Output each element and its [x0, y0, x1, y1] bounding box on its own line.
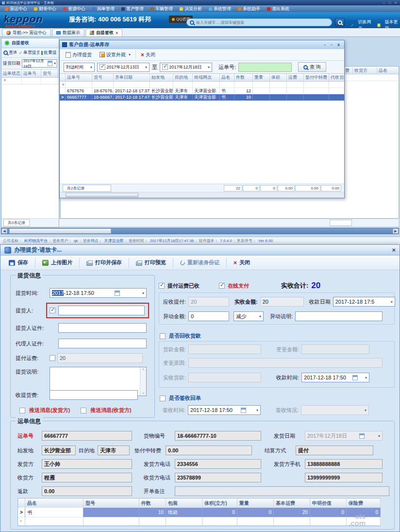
menu-item-vehicle[interactable]: 车辆管理	[150, 6, 173, 12]
handle-pickup-button[interactable]: 办理提货	[63, 50, 95, 60]
left-grid-filter-row[interactable]: ▼	[1, 78, 59, 85]
receipt-date-select[interactable]: 2017-12-18 17:5▾	[333, 297, 395, 307]
tab-close-icon[interactable]: ×	[116, 31, 118, 35]
menu-item-analysis[interactable]: 决策分析	[180, 6, 202, 12]
cod-time-picker[interactable]: 2017-12-18 17:50▾	[301, 373, 369, 382]
table-row-new[interactable]: *	[18, 517, 380, 526]
scroll-right-icon[interactable]: ▶	[393, 228, 399, 234]
column-cargo-no[interactable]: 货号	[41, 69, 58, 77]
close-window-button[interactable]: ×关闭	[138, 50, 158, 60]
tab-nav-operations[interactable]: 导航->> 营运中心	[2, 29, 51, 36]
textarea-scrollbar[interactable]: ˄˅	[140, 367, 146, 395]
divider	[79, 258, 80, 268]
freight-received-checkbox[interactable]	[159, 283, 165, 289]
sign-time-picker[interactable]: 2017-12-18 17:50▾	[188, 405, 261, 415]
change-amount-label: 异动金额:	[163, 313, 186, 320]
single-pickup-button[interactable]: ✓单票提货	[17, 49, 39, 56]
table-row-selected[interactable]: > 66667777 18-66667... 2017-12-18 17:47.…	[60, 94, 344, 101]
help-icon	[238, 7, 241, 11]
date-from-checkbox[interactable]	[100, 64, 105, 70]
date-to-select[interactable]: 2017年12月18日▾	[160, 63, 212, 72]
dialog-close-icon[interactable]: ×	[392, 246, 396, 254]
menu-item-receipt[interactable]: 回单管理	[92, 6, 115, 12]
freight-checkbox[interactable]	[50, 355, 55, 361]
dialog-titlebar[interactable]: 办理提货-请放卡... ×	[0, 245, 400, 256]
save-button[interactable]: 保存	[4, 257, 33, 268]
menu-item-system[interactable]: 系统管理	[209, 6, 231, 12]
waybill-no-input[interactable]	[238, 63, 292, 72]
search-go-button[interactable]	[335, 18, 345, 27]
scroll-left-icon[interactable]: ◀	[1, 228, 7, 234]
actual-amount-input[interactable]: 20	[260, 297, 304, 307]
print-save-button[interactable]: 打印并保存	[82, 257, 126, 268]
window-controls[interactable]: – □ ×	[383, 1, 398, 4]
inner-horizontal-scrollbar[interactable]	[60, 192, 344, 198]
left-grid-body[interactable]	[1, 85, 59, 218]
push-sender-checkbox[interactable]	[19, 408, 25, 413]
pickup-person-input[interactable]	[58, 306, 145, 315]
push-receiver-checkbox[interactable]	[81, 408, 86, 413]
pickup-time-picker[interactable]: 2017-12-18 17:50 ▾	[50, 288, 147, 298]
freight-label: 提付运费:	[16, 355, 48, 362]
pickup-fee-input[interactable]	[50, 390, 138, 400]
scroll-down-icon[interactable]: ˅	[142, 392, 144, 395]
menu-item-assistant[interactable]: 系统助手	[238, 6, 260, 12]
freight-input[interactable]: 20	[57, 353, 143, 363]
cod-time-label: 收款时间:	[276, 374, 299, 381]
pickup-date-picker[interactable]: 2017年12月18日▾	[22, 59, 57, 68]
scroll-up-icon[interactable]: ˄	[142, 368, 144, 371]
cod-checkbox[interactable]	[160, 333, 166, 339]
main-horizontal-scrollbar[interactable]: ◀ ▶	[1, 228, 399, 234]
column-receiver[interactable]: 收货方	[352, 68, 376, 74]
window-titlebar: 科邦物流平台管理平台－主界面 – □ ×	[0, 0, 400, 5]
inner-window-controls[interactable]: - ▫ x	[324, 42, 342, 47]
receipt-sign-checkbox[interactable]	[160, 395, 166, 401]
time-type-select[interactable]: 到达时间▾	[64, 63, 95, 72]
global-search-box[interactable]	[186, 18, 332, 26]
dialog-close-button[interactable]: ×关闭	[229, 257, 254, 268]
scrollbar-thumb[interactable]	[9, 228, 111, 234]
table-row-selected[interactable]: > 书 10 纸箱 0 0 20 0 0	[18, 508, 380, 517]
tab-self-pickup[interactable]: 自提签收×	[85, 29, 122, 36]
column-goods[interactable]: 品名	[377, 68, 398, 74]
change-direction-select[interactable]: 减少▾	[233, 311, 264, 321]
pickup-person-checkbox[interactable]	[50, 308, 55, 313]
menu-item-resource[interactable]: 资源中心	[63, 6, 85, 12]
inner-grid: 运单号 货号 开单日期 始发地 目的地 终端网点 品名 件数 重量 体积 运费 …	[60, 73, 344, 184]
menu-item-operations[interactable]: 营运中心	[5, 6, 27, 12]
table-row[interactable]: 6767676 18-67676... 2017-12-18 17:37... …	[60, 88, 344, 94]
inner-window-titlebar[interactable]: 客户自提-运单库存 - ▫ x	[60, 40, 344, 49]
menu-item-customer[interactable]: 客户管理	[121, 6, 144, 12]
pickup-date-row: 提货日期 2017年12月18日▾	[1, 58, 59, 69]
batch-pickup-button[interactable]: 批量提	[40, 49, 58, 56]
footer-input[interactable]	[330, 220, 352, 226]
date-from-select[interactable]: 2017年12月13日▾	[97, 63, 150, 72]
chevron-down-icon: ▾	[206, 65, 210, 69]
service-hotline: 服务咨询: 400 006 5619 科邦	[69, 15, 151, 24]
date-to-checkbox[interactable]	[162, 64, 168, 70]
print-preview-button[interactable]: 打印预览	[132, 257, 170, 268]
panel-toolbar: 查询 ✓单票提货 批量提	[1, 48, 59, 58]
column-status[interactable]: 运单状态	[1, 69, 22, 77]
online-pay-checkbox[interactable]	[219, 283, 225, 289]
change-amount-input[interactable]: 0	[188, 311, 229, 321]
set-appearance-button[interactable]: 设置外观▾	[97, 50, 133, 60]
tab-data-display[interactable]: 数据展示	[52, 29, 84, 36]
search-button[interactable]: 查 询	[298, 62, 326, 72]
menu-item-finance[interactable]: 财务中心	[34, 6, 56, 12]
upload-image-button[interactable]: 上传图片	[38, 257, 77, 268]
chevron-down-icon: ▾	[141, 291, 144, 295]
scrollbar-thumb[interactable]	[66, 193, 138, 197]
change-note-input[interactable]	[295, 311, 383, 321]
pickup-person-id-input[interactable]	[58, 323, 147, 333]
refund-label: 返款	[17, 488, 39, 495]
query-button[interactable]: 查询	[2, 49, 17, 56]
reread-id-button[interactable]: 重新读身份证	[176, 257, 224, 268]
agent-id-input[interactable]	[58, 339, 147, 348]
inner-toolbar: 办理提货 设置外观▾ ×关闭	[60, 49, 344, 61]
global-search-input[interactable]	[196, 20, 329, 25]
calendar-icon	[115, 291, 120, 296]
column-waybill[interactable]: 运单号	[22, 69, 41, 77]
menu-item-exit[interactable]: 退出系统	[267, 6, 289, 12]
inner-grid-filter-row[interactable]: ▼	[60, 82, 344, 88]
